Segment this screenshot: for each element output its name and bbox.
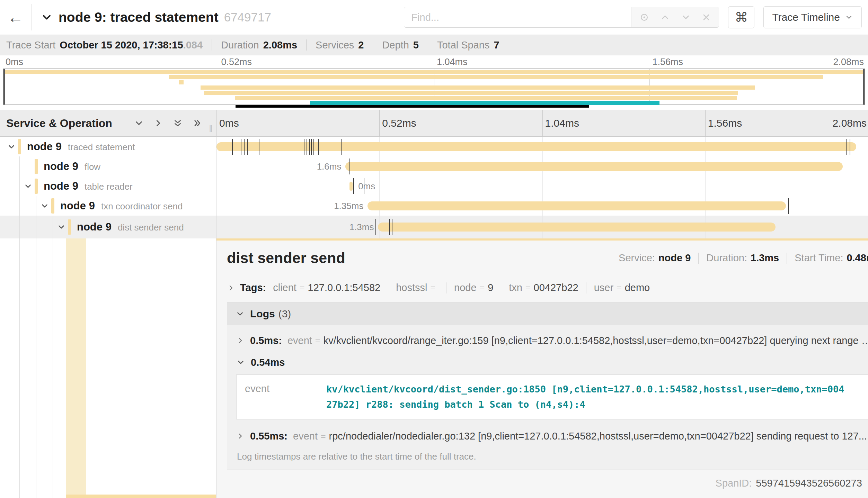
service-operation-header: Service & Operation ‖ [0,110,216,136]
indent-guide [36,196,36,216]
span-event-tick [846,139,847,155]
trace-view-selector-label: Trace Timeline [772,11,840,23]
log-field-key: event [293,431,318,442]
operation-name: flow [85,162,100,172]
collapse-all-icon[interactable] [172,118,183,128]
chevron-down-icon[interactable] [40,201,49,210]
span-name-wrapper: node 9traced statement [27,141,135,153]
top-bar: ← node 9: traced statement 6749717 ⌘ Tra… [0,0,868,35]
divider [446,282,446,293]
log-timestamp: 0.55ms: [250,431,287,442]
indent-guide [36,216,36,238]
span-tree-item[interactable]: node 9table reader [0,176,216,196]
summary-value: 2 [358,39,364,51]
selected-indent-bottom-bar [66,495,216,498]
log-entry-row[interactable]: 0.5ms:event=kv/kvclient/kvcoord/range_it… [236,329,868,352]
minimap-canvas[interactable] [3,69,865,105]
indent-guide [19,238,20,498]
find-prev-icon[interactable] [660,12,670,22]
timeline-header-row: Service & Operation ‖ 0ms0.52ms1.04ms1.5… [0,110,868,137]
ruler-gridline [542,110,543,136]
divider [212,39,212,51]
trace-view-selector-button[interactable]: Trace Timeline [763,6,862,28]
logs-header[interactable]: Logs (3) [227,303,868,325]
chevron-down-icon[interactable] [57,223,66,232]
span-event-tick [788,198,789,214]
logs-accordion: Logs (3) 0.5ms:event=kv/kvclient/kvcoord… [227,302,868,470]
minimap-tick-label: 0.52ms [221,57,252,67]
span-tree-item[interactable]: node 9txn coordinator send [0,196,216,216]
selected-indent-band [66,238,86,498]
log-entry-row[interactable]: 0.55ms:event=rpc/nodedialer/nodedialer.g… [236,425,868,447]
span-row: node 9dist sender send1.3ms [0,216,868,238]
divider [586,282,586,293]
span-row: node 9txn coordinator send1.35ms [0,196,868,216]
indent-guide [19,176,20,196]
timeline-gridline [705,176,706,196]
minimap-span-bar [235,96,737,100]
summary-value: October 15 2020, 17:38:15 [60,39,183,51]
divider [227,275,868,275]
span-row: node 9traced statement [0,137,868,156]
expand-all-icon[interactable] [192,118,202,128]
collapse-one-icon[interactable] [134,118,144,128]
chevron-down-icon[interactable] [24,182,33,191]
expand-one-icon[interactable] [153,118,163,128]
indent-guide [36,238,36,498]
viewport-right-handle[interactable] [863,69,865,105]
timeline-gridline [379,176,380,196]
tags-accordion[interactable]: Tags: client=127.0.0.1:54582hostssl=node… [227,282,868,293]
column-resize-handle[interactable]: ‖ [209,124,213,134]
summary-value-suffix: .084 [183,39,203,51]
minimap-span-bar [310,101,659,105]
span-event-tick [241,139,241,155]
log-entry-detail: eventkv/kvclient/kvcoord/dist_sender.go:… [236,374,868,419]
span-duration-bar[interactable] [349,182,353,191]
collapse-title-chevron-icon[interactable] [41,11,53,24]
find-next-icon[interactable] [681,12,691,22]
span-detail-meta: Service:node 9Duration:1.3msStart Time:0… [619,252,868,264]
chevron-down-icon [236,309,245,318]
minimap-ruler: 0ms0.52ms1.04ms1.56ms2.08ms [3,55,865,69]
logs-body: 0.5ms:event=kv/kvclient/kvcoord/range_it… [227,325,868,470]
span-event-tick [392,219,392,235]
log-field-key: event [245,382,326,412]
span-timeline-cell: 1.3ms [216,216,868,238]
span-duration-bar[interactable] [216,142,856,151]
chevron-down-icon [236,358,245,367]
span-detail-panel: dist sender send Service:node 9Duration:… [216,238,868,498]
trace-summary-bar: Trace StartOctober 15 2020, 17:38:15.084… [0,35,868,55]
span-duration-label: 1.35ms [334,200,363,211]
minimap-scroll-indicator[interactable] [236,105,589,108]
span-event-tick [304,139,304,155]
tag-value: 00427b22 [534,282,578,293]
tag-key: node [454,282,477,293]
span-duration-bar[interactable] [345,162,842,171]
find-input[interactable] [404,7,631,27]
back-button[interactable]: ← [0,0,31,35]
span-duration-bar[interactable] [378,223,775,232]
detail-meta-label: Start Time: [795,252,843,264]
span-tree-item[interactable]: node 9flow [0,156,216,176]
trace-minimap: 0ms0.52ms1.04ms1.56ms2.08ms [0,55,868,110]
tag-key: hostssl [396,282,427,293]
chevron-down-icon[interactable] [7,142,16,151]
detail-meta-value: node 9 [658,252,691,264]
span-tree-item[interactable]: node 9dist sender send [0,216,216,238]
minimap-span-bar [201,85,755,90]
log-entry-header[interactable]: 0.54ms [236,352,868,373]
chevron-right-icon [236,432,245,440]
keyboard-shortcuts-button[interactable]: ⌘ [728,6,754,28]
span-tree-item[interactable]: node 9traced statement [0,137,216,156]
collapse-controls [134,118,202,128]
match-locate-icon[interactable] [639,12,649,22]
summary-label: Total Spans [437,39,490,51]
span-duration-bar[interactable] [367,201,786,210]
log-field-key: event [287,335,312,346]
find-clear-icon[interactable] [701,12,711,22]
tag-key: user [594,282,613,293]
detail-meta-label: Service: [619,252,655,264]
tag-equals: = [617,283,622,293]
span-event-tick [341,139,342,155]
viewport-left-handle[interactable] [3,69,5,105]
